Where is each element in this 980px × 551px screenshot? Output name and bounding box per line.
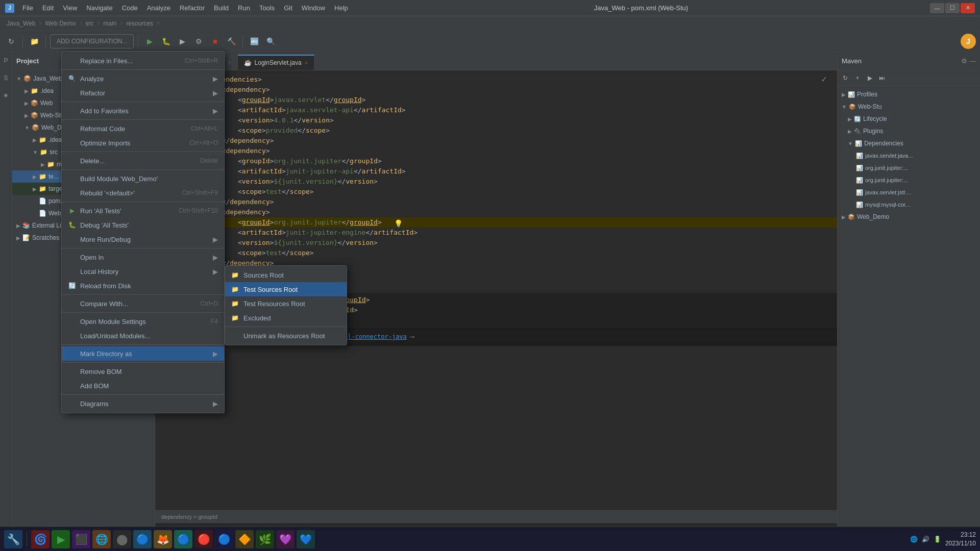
ctx-reformat-code[interactable]: Reformat Code Ctrl+Alt+L [62, 121, 224, 136]
sidebar-icon-project[interactable]: P [2, 56, 11, 65]
stop-button[interactable]: ■ [208, 34, 222, 48]
maven-settings-icon[interactable]: ⚙ [961, 57, 967, 65]
maven-dep-mysql[interactable]: 📊 mysql:mysql-cor... [838, 198, 980, 211]
taskbar-icon-1[interactable]: 🔧 [4, 530, 22, 548]
ctx-mark-directory-as[interactable]: Mark Directory as ▶ [62, 346, 224, 361]
menu-file[interactable]: File [18, 2, 37, 14]
maven-item-web-stu[interactable]: ▼ 📦 Web-Stu [838, 101, 980, 113]
maven-run-btn[interactable]: ▶ [864, 72, 875, 84]
ctx-diagrams[interactable]: Diagrams ▶ [62, 396, 224, 411]
run-button[interactable]: ▶ [142, 34, 157, 48]
sub-sources-root[interactable]: 📁 Sources Root [225, 268, 347, 282]
maven-add-btn[interactable]: + [852, 72, 863, 84]
maven-dep-junit1[interactable]: 📊 org.junit.jupiter:... [838, 162, 980, 174]
ctx-open-in[interactable]: Open In ▶ [62, 250, 224, 264]
menu-edit[interactable]: Edit [38, 2, 58, 14]
sidebar-icon-structure[interactable]: S [2, 73, 11, 83]
ctx-replace-in-files[interactable]: Replace in Files... Ctrl+Shift+R [62, 54, 224, 68]
menu-code[interactable]: Code [118, 2, 142, 14]
tab-close-pom[interactable]: × [228, 59, 231, 65]
menu-build[interactable]: Build [210, 2, 233, 14]
maven-item-dependencies[interactable]: ▼ 📊 Dependencies [838, 137, 980, 149]
search-button[interactable]: 🔍 [263, 34, 278, 48]
menu-run[interactable]: Run [234, 2, 254, 14]
menu-navigate[interactable]: Navigate [82, 2, 116, 14]
maven-collapse-icon[interactable]: — [969, 57, 976, 65]
taskbar-icon-11[interactable]: 🔵 [215, 530, 233, 548]
ctx-debug-all-tests[interactable]: 🐛 Debug 'All Tests' [62, 218, 224, 232]
taskbar-icon-3[interactable]: ▶ [52, 530, 70, 548]
taskbar-icon-13[interactable]: 🌿 [256, 530, 274, 548]
build-button[interactable]: 🔨 [224, 34, 238, 48]
ctx-more-run-debug[interactable]: More Run/Debug ▶ [62, 232, 224, 246]
maven-item-lifecycle[interactable]: ▶ 🔄 Lifecycle [838, 113, 980, 125]
taskbar-icon-2[interactable]: 🌀 [31, 530, 50, 548]
add-configuration-button[interactable]: ADD CONFIGURATION... [50, 34, 134, 48]
maven-item-web-demo[interactable]: ▶ 📦 Web_Demo [838, 211, 980, 223]
debug-icon: 🐛 [68, 221, 76, 229]
menu-tools[interactable]: Tools [255, 2, 279, 14]
sub-unmark[interactable]: Unmark as Resources Root [225, 329, 347, 343]
ctx-load-unload-modules[interactable]: Load/Unload Modules... [62, 329, 224, 343]
ctx-run-all-tests[interactable]: ▶ Run 'All Tests' Ctrl+Shift+F10 [62, 204, 224, 218]
sub-excluded[interactable]: 📁 Excluded [225, 311, 347, 325]
taskbar-icon-5[interactable]: 🌐 [92, 530, 111, 548]
ctx-compare-with[interactable]: Compare With... Ctrl+D [62, 296, 224, 311]
taskbar-icon-12[interactable]: 🔶 [235, 530, 254, 548]
maven-skip-btn[interactable]: ⏭ [876, 72, 888, 84]
taskbar-icon-8[interactable]: 🦊 [154, 530, 172, 548]
sub-test-resources-root[interactable]: 📁 Test Resources Root [225, 296, 347, 311]
minimize-button[interactable]: — [930, 3, 944, 13]
ctx-analyze[interactable]: 🔍 Analyze ▶ [62, 71, 224, 86]
taskbar-icon-6[interactable]: ⬤ [113, 530, 131, 548]
menu-refactor[interactable]: Refactor [176, 2, 209, 14]
user-avatar[interactable]: J [961, 34, 976, 49]
menu-window[interactable]: Window [298, 2, 329, 14]
tab-close-servlet[interactable]: × [305, 60, 308, 66]
maven-dep-javax-servlet[interactable]: 📊 javax.servlet:java... [838, 149, 980, 162]
ctx-local-history[interactable]: Local History ▶ [62, 264, 224, 279]
maven-refresh-btn[interactable]: ↻ [840, 72, 851, 84]
ctx-delete[interactable]: Delete... Delete [62, 154, 224, 168]
menu-help[interactable]: Help [330, 2, 352, 14]
maven-item-profiles[interactable]: ▶ 📊 Profiles [838, 88, 980, 101]
maximize-button[interactable]: ☐ [945, 3, 960, 13]
taskbar-icon-15[interactable]: 💙 [297, 530, 315, 548]
tab-login-servlet[interactable]: ☕ LoginServlet.java × [238, 55, 315, 70]
taskbar-icon-4[interactable]: ⬛ [72, 530, 90, 548]
ctx-open-module-settings[interactable]: Open Module Settings F4 [62, 314, 224, 329]
taskbar-icon-9[interactable]: 🔵 [174, 530, 192, 548]
breadcrumb-item[interactable]: Web Demo [45, 20, 76, 27]
breadcrumb-item[interactable]: main [103, 20, 116, 27]
debug-button[interactable]: 🐛 [159, 34, 173, 48]
maven-dep-junit2[interactable]: 📊 org.junit.jupiter:... [838, 174, 980, 186]
ctx-refactor[interactable]: Refactor ▶ [62, 86, 224, 100]
breadcrumb-item[interactable]: Java_Web [7, 20, 35, 27]
ctx-add-bom[interactable]: Add BOM [62, 379, 224, 393]
add-bom-icon [68, 382, 76, 390]
sub-test-sources-root[interactable]: 📁 Test Sources Root [225, 282, 347, 296]
breadcrumb-item[interactable]: src [85, 20, 93, 27]
close-button[interactable]: ✕ [961, 3, 975, 13]
taskbar-icon-7[interactable]: 🔵 [133, 530, 152, 548]
coverage-button[interactable]: ▶ [175, 34, 189, 48]
ctx-add-favorites[interactable]: Add to Favorites ▶ [62, 104, 224, 118]
menu-analyze[interactable]: Analyze [143, 2, 175, 14]
refresh-button[interactable]: ↻ [4, 34, 18, 48]
menu-view[interactable]: View [59, 2, 81, 14]
profile-button[interactable]: ⚙ [191, 34, 206, 48]
ctx-build-module[interactable]: Build Module 'Web_Demo' [62, 171, 224, 186]
sidebar-icon-favorites[interactable]: ★ [2, 91, 11, 100]
maven-dep-jstl[interactable]: 📊 javax.servlet:jstl:... [838, 186, 980, 198]
breadcrumb-item[interactable]: resources [126, 20, 153, 27]
menu-git[interactable]: Git [280, 2, 297, 14]
ctx-reload-from-disk[interactable]: 🔄 Reload from Disk [62, 279, 224, 293]
maven-item-plugins[interactable]: ▶ 🔌 Plugins [838, 125, 980, 137]
project-view-button[interactable]: 📁 [27, 34, 41, 48]
translate-button[interactable]: 🔤 [247, 34, 261, 48]
ctx-optimize-imports[interactable]: Optimize Imports Ctrl+Alt+O [62, 136, 224, 150]
taskbar-icon-14[interactable]: 💜 [276, 530, 295, 548]
ctx-rebuild[interactable]: Rebuild '<default>' Ctrl+Shift+F9 [62, 186, 224, 200]
ctx-remove-bom[interactable]: Remove BOM [62, 364, 224, 379]
taskbar-icon-10[interactable]: 🔴 [194, 530, 213, 548]
